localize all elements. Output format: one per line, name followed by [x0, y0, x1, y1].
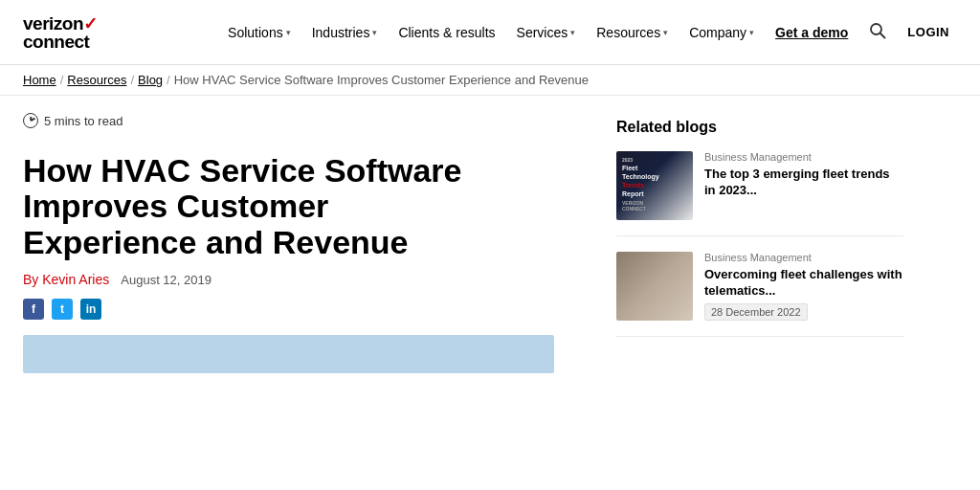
- sidebar: Related blogs 2023 Fleet Technology Tren…: [616, 96, 903, 454]
- blog-category: Business Management: [704, 252, 903, 263]
- page-content: 5 mins to read How HVAC Service Software…: [0, 96, 980, 454]
- blog-headline[interactable]: Overcoming fleet challenges with telemat…: [704, 267, 903, 300]
- svg-point-0: [871, 24, 881, 34]
- nav-industries[interactable]: Industries ▾: [304, 21, 386, 44]
- read-time-label: 5 mins to read: [44, 114, 122, 128]
- breadcrumb-current: How HVAC Service Software Improves Custo…: [174, 73, 589, 87]
- main-nav: Solutions ▾ Industries ▾ Clients & resul…: [220, 18, 957, 47]
- blog-thumbnail: [616, 252, 693, 321]
- read-time-bar: 5 mins to read: [23, 103, 578, 138]
- blog-date-tag: 28 December 2022: [704, 303, 808, 321]
- chevron-down-icon: ▾: [286, 28, 291, 37]
- related-blog-card: Business Management Overcoming fleet cha…: [616, 252, 903, 337]
- breadcrumb-resources[interactable]: Resources: [67, 73, 126, 87]
- breadcrumb-home[interactable]: Home: [23, 73, 56, 87]
- article-area: 5 mins to read How HVAC Service Software…: [23, 96, 578, 454]
- svg-line-1: [880, 33, 885, 38]
- social-share-bar: f t in: [23, 299, 578, 320]
- breadcrumb: Home / Resources / Blog / How HVAC Servi…: [0, 65, 980, 96]
- blog-thumbnail: 2023 Fleet Technology Trends Report VERI…: [616, 151, 693, 220]
- nav-solutions[interactable]: Solutions ▾: [220, 21, 299, 44]
- linkedin-share-button[interactable]: in: [80, 299, 101, 320]
- related-blog-card: 2023 Fleet Technology Trends Report VERI…: [616, 151, 903, 236]
- article-title: How HVAC Service Software Improves Custo…: [23, 153, 501, 260]
- breadcrumb-blog[interactable]: Blog: [138, 73, 163, 87]
- chevron-down-icon: ▾: [570, 28, 575, 37]
- get-demo-link[interactable]: Get a demo: [768, 21, 856, 44]
- twitter-share-button[interactable]: t: [52, 299, 73, 320]
- chevron-down-icon: ▾: [372, 28, 377, 37]
- blog-category: Business Management: [704, 151, 903, 163]
- clock-icon: [23, 113, 38, 128]
- logo-connect: connect: [23, 33, 98, 51]
- site-header: verizon✓ connect Solutions ▾ Industries …: [0, 0, 980, 65]
- login-button[interactable]: LOGIN: [900, 21, 957, 43]
- author-name[interactable]: By Kevin Aries: [23, 272, 109, 287]
- logo[interactable]: verizon✓ connect: [23, 14, 98, 51]
- article-date: August 12, 2019: [121, 273, 212, 287]
- blog-meta: Business Management The top 3 emerging f…: [704, 151, 903, 220]
- blog-headline[interactable]: The top 3 emerging fleet trends in 2023.…: [704, 167, 903, 199]
- search-icon[interactable]: [861, 18, 894, 47]
- facebook-share-button[interactable]: f: [23, 299, 44, 320]
- nav-clients[interactable]: Clients & results: [390, 21, 502, 44]
- logo-checkmark: ✓: [83, 14, 98, 33]
- author-line: By Kevin Aries August 12, 2019: [23, 272, 578, 287]
- blog-meta: Business Management Overcoming fleet cha…: [704, 252, 903, 321]
- nav-company[interactable]: Company ▾: [681, 21, 762, 44]
- chevron-down-icon: ▾: [749, 28, 754, 37]
- chevron-down-icon: ▾: [663, 28, 668, 37]
- related-blogs-heading: Related blogs: [616, 119, 903, 136]
- logo-verizon: verizon: [23, 13, 83, 33]
- article-hero-image: [23, 335, 554, 373]
- nav-resources[interactable]: Resources ▾: [589, 21, 676, 44]
- nav-services[interactable]: Services ▾: [509, 21, 584, 44]
